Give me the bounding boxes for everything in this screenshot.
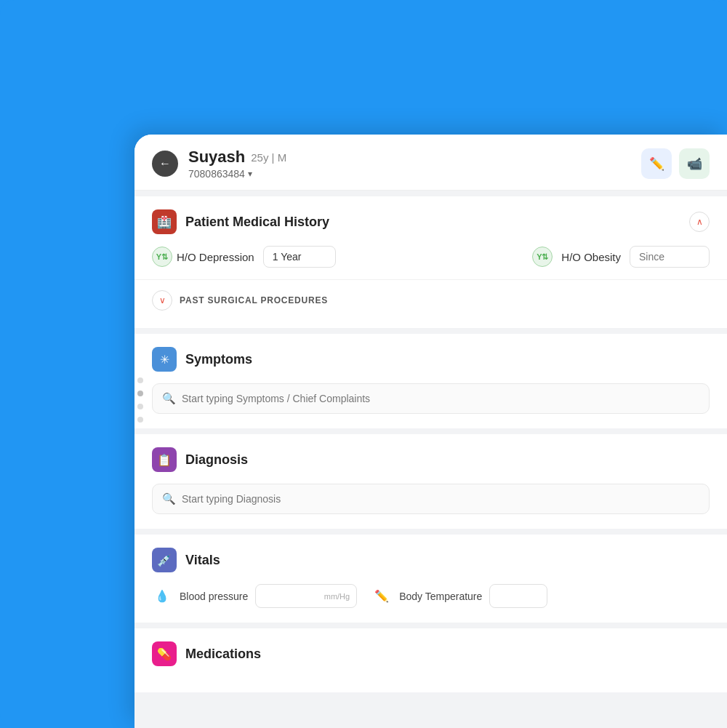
symptoms-icon: ✳ [152,347,177,372]
back-icon: ← [159,158,171,169]
obesity-since-input[interactable] [630,246,710,268]
patient-name: Suyash [188,148,245,167]
diagnosis-search-wrapper: 🔍 [152,484,710,514]
patient-age-gender: 25y | M [251,151,286,164]
medical-history-section: 🏥 Patient Medical History ∧ Y⇅ H/O Depre… [134,196,727,328]
blood-pressure-label: Blood pressure [180,591,248,602]
diagnosis-section: 📋 Diagnosis 🔍 [134,434,727,529]
header: ← Suyash 25y | M 7080863484 ▾ ✏️ 📹 [134,135,727,191]
medical-history-title: Patient Medical History [185,215,329,230]
body-temperature-input[interactable] [489,584,547,608]
vitals-title: Vitals [185,553,220,568]
collapse-medical-history-button[interactable]: ∧ [689,212,710,232]
blood-pressure-icon: 💧 [152,586,172,607]
condition-obesity: Y⇅ H/O Obesity [532,246,710,268]
symptoms-search-icon: 🔍 [162,392,176,405]
obesity-tag-badge[interactable]: Y⇅ [532,247,553,267]
body-temperature-icon: ✏️ [371,586,392,607]
expand-past-surgical-button[interactable]: ∨ [152,290,172,311]
sidebar-dot [137,417,143,423]
sidebar-dot [137,377,143,383]
body-temperature-label: Body Temperature [399,591,482,602]
video-button[interactable]: 📹 [679,148,710,179]
video-icon: 📹 [687,156,702,172]
medications-section: 💊 Medications [134,628,727,692]
medical-history-icon: 🏥 [152,209,177,234]
diagnosis-search-icon: 🔍 [162,492,176,505]
diagnosis-title: Diagnosis [185,452,248,468]
sidebar-dot [137,391,143,396]
body-temperature-item: ✏️ Body Temperature [371,584,547,608]
depression-duration-input[interactable] [263,246,336,268]
blood-pressure-item: 💧 Blood pressure mm/Hg [152,584,357,608]
edit-button[interactable]: ✏️ [641,148,672,179]
blood-pressure-unit: mm/Hg [324,592,350,601]
sidebar-dot [137,404,143,409]
medications-title: Medications [185,647,261,662]
condition-depression: Y⇅ H/O Depression [152,247,254,267]
back-button[interactable]: ← [152,151,178,177]
vitals-section: 💉 Vitals 💧 Blood pressure mm/Hg [134,535,727,623]
symptoms-search-input[interactable] [152,383,710,414]
edit-icon: ✏️ [649,156,664,172]
past-surgical-collapsed: ∨ PAST SURGICAL PROCEDURES [152,280,710,313]
symptoms-section: ✳ Symptoms 🔍 [134,334,727,428]
header-actions: ✏️ 📹 [641,148,710,179]
vitals-icon: 💉 [152,548,177,572]
condition-obesity-label: H/O Obesity [561,251,621,263]
symptoms-search-wrapper: 🔍 [152,383,710,414]
conditions-row: Y⇅ H/O Depression Y⇅ H/O Obesity [152,246,710,268]
medications-icon: 💊 [152,641,177,666]
condition-depression-label: H/O Depression [177,251,254,263]
condition-tag-badge[interactable]: Y⇅ [152,247,172,267]
phone-dropdown-icon[interactable]: ▾ [248,169,252,179]
diagnosis-search-input[interactable] [152,484,710,514]
patient-phone: 7080863484 [188,168,245,180]
diagnosis-icon: 📋 [152,447,177,472]
vitals-row: 💧 Blood pressure mm/Hg ✏️ Body Temperatu… [152,584,710,608]
symptoms-title: Symptoms [185,352,252,367]
patient-info: Suyash 25y | M 7080863484 ▾ [188,148,631,180]
past-surgical-title: PAST SURGICAL PROCEDURES [180,295,328,305]
